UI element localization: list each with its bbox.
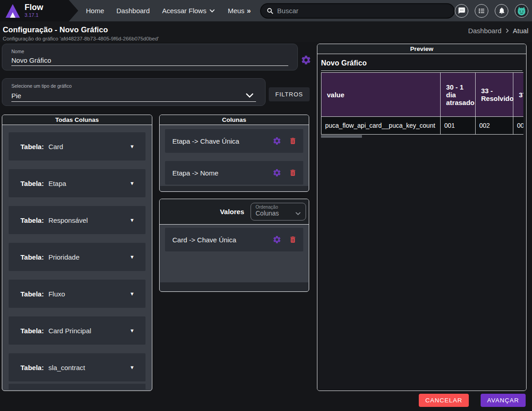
page-title: Configuração - Novo Gráfico (3, 25, 108, 35)
page-header: Configuração - Novo Gráfico Configuração… (0, 21, 532, 42)
name-field-card: Nome (2, 44, 298, 70)
expand-triangle-icon[interactable]: ▼ (130, 365, 135, 370)
breadcrumb: Dashboard Atual (468, 27, 528, 35)
chevron-down-icon (209, 7, 216, 14)
brand-name: Flow (25, 3, 43, 12)
expand-triangle-icon[interactable]: ▼ (130, 291, 135, 296)
preview-table-container: value 30 - 1 dia atrasado 33 - Resolvido… (321, 72, 523, 138)
cancel-button[interactable]: CANCELAR (419, 394, 469, 407)
column-delete-trash-icon[interactable] (289, 169, 297, 177)
table-item-card[interactable]: Tabela: Card ▼ (9, 132, 146, 160)
panel-footer-strip (160, 282, 308, 291)
expand-triangle-icon[interactable]: ▼ (130, 254, 135, 260)
nav-meus[interactable]: Meus » (228, 7, 251, 15)
app-screen: Flow 3.17.1 Home Dashboard Acessar Flows… (0, 0, 532, 411)
preview-table: value 30 - 1 dia atrasado 33 - Resolvido… (321, 72, 523, 135)
table-item-etapa[interactable]: Tabela: Etapa ▼ (9, 169, 146, 197)
panel-footer-strip (160, 186, 308, 191)
preview-col-header: 33 - Resolvido (476, 73, 513, 117)
columns-panel: Colunas Etapa -> Chave Única Etapa -> No… (159, 115, 309, 192)
sort-select-label: Ordenação (256, 205, 302, 210)
column-item[interactable]: Etapa -> Nome (165, 161, 303, 185)
value-delete-trash-icon[interactable] (289, 236, 297, 244)
expand-triangle-icon[interactable]: ▼ (130, 180, 135, 186)
columns-panel-title: Colunas (160, 115, 309, 125)
page-subtitle: Configuração do gráfico 'afd48237-8b73-4… (3, 36, 159, 41)
double-chevron-icon: » (247, 7, 251, 15)
nav-acessar-flows[interactable]: Acessar Flows (162, 7, 216, 15)
user-avatar[interactable] (515, 4, 528, 18)
horizontal-scrollbar-thumb[interactable] (321, 135, 362, 138)
preview-col-header: 37 - No (513, 73, 524, 117)
navbar-actions (455, 4, 532, 18)
table-item-sla-contract[interactable]: Tabela: sla_contract ▼ (9, 353, 146, 381)
preview-panel: Preview Novo Gráfico value 30 - 1 dia at… (317, 44, 527, 391)
search-box (260, 3, 455, 19)
preview-cell: puca_flow_api_card__puca_key_count (321, 117, 441, 135)
table-item-card-principal[interactable]: Tabela: Card Principal ▼ (9, 316, 146, 345)
brand-version: 3.17.1 (25, 13, 43, 18)
chart-type-select[interactable]: Pie (11, 89, 256, 102)
notifications-button[interactable] (495, 4, 508, 18)
preview-col-header: 30 - 1 dia atrasado (441, 73, 476, 117)
sort-select-value: Colunas (256, 210, 279, 217)
table-item-fluxo[interactable]: Tabela: Fluxo ▼ (9, 280, 146, 308)
chevron-down-icon (294, 210, 302, 217)
column-item[interactable]: Etapa -> Chave Única (165, 129, 303, 153)
nav-home[interactable]: Home (86, 7, 104, 15)
preview-col-header: value (321, 73, 441, 117)
preview-chart-title: Novo Gráfico (321, 54, 522, 71)
breadcrumb-dashboard[interactable]: Dashboard (468, 27, 501, 35)
chart-type-label: Selecione um tipo de gráfico (11, 83, 256, 89)
navbar: Flow 3.17.1 Home Dashboard Acessar Flows… (0, 0, 532, 21)
search-input[interactable] (277, 7, 448, 15)
column-settings-gear-icon[interactable] (272, 168, 281, 177)
all-columns-panel: Todas Colunas Tabela: Card ▼ Tabela: Eta… (2, 115, 152, 391)
chart-type-value: Pie (11, 92, 244, 100)
value-settings-gear-icon[interactable] (272, 235, 281, 244)
flow-logo-icon (5, 3, 21, 19)
expand-triangle-icon[interactable]: ▼ (130, 328, 135, 333)
preview-cell: 001 (513, 117, 524, 135)
preview-panel-title: Preview (317, 44, 526, 54)
nav-links: Home Dashboard Acessar Flows Meus » (86, 7, 251, 15)
column-settings-gear-icon[interactable] (272, 136, 281, 145)
values-panel: Valores Ordenação Colunas Card -> Chave … (159, 199, 309, 292)
preview-table-row: puca_flow_api_card__puca_key_count 001 0… (321, 117, 524, 135)
avatar-icon (516, 5, 527, 16)
search-icon (266, 7, 274, 15)
preview-body: Novo Gráfico value 30 - 1 dia atrasado 3… (317, 54, 526, 391)
name-settings-gear-icon[interactable] (301, 55, 311, 65)
filters-button[interactable]: FILTROS (269, 87, 310, 101)
chevron-down-icon (244, 91, 255, 100)
chat-button[interactable] (455, 4, 468, 18)
chevron-right-icon (504, 28, 510, 34)
table-item-partial (9, 384, 146, 390)
name-field-label: Nome (11, 49, 288, 54)
nav-dashboard[interactable]: Dashboard (116, 7, 150, 15)
table-item-prioridade[interactable]: Tabela: Prioridade ▼ (9, 243, 146, 271)
values-panel-header: Valores Ordenação Colunas (160, 199, 309, 225)
preview-cell: 002 (476, 117, 513, 135)
chat-icon (458, 7, 466, 15)
bell-icon (498, 7, 506, 15)
advance-button[interactable]: AVANÇAR (481, 394, 526, 407)
values-panel-title: Valores (220, 208, 244, 216)
table-item-responsavel[interactable]: Tabela: Responsável ▼ (9, 206, 146, 234)
brand-logo[interactable]: Flow 3.17.1 (0, 0, 78, 21)
chart-type-select-card: Selecione um tipo de gráfico Pie (2, 78, 266, 106)
preview-cell: 001 (441, 117, 476, 135)
breadcrumb-current: Atual (513, 27, 528, 35)
all-columns-panel-title: Todas Colunas (2, 115, 152, 125)
name-input[interactable] (11, 56, 288, 64)
tasks-button[interactable] (475, 4, 488, 18)
column-delete-trash-icon[interactable] (289, 137, 297, 145)
preview-table-header-row: value 30 - 1 dia atrasado 33 - Resolvido… (321, 73, 524, 117)
expand-triangle-icon[interactable]: ▼ (130, 217, 135, 223)
sort-select[interactable]: Ordenação Colunas (251, 203, 306, 221)
value-item[interactable]: Card -> Chave Única (165, 228, 303, 251)
expand-triangle-icon[interactable]: ▼ (130, 144, 135, 149)
tasks-icon (478, 7, 485, 15)
